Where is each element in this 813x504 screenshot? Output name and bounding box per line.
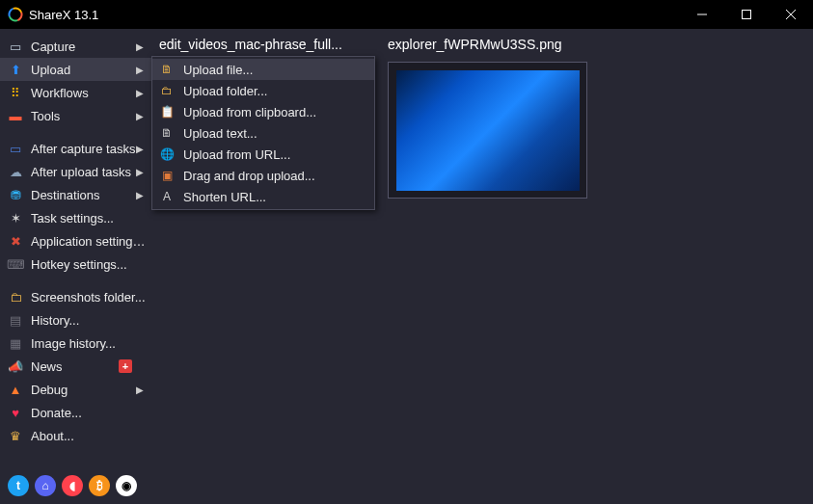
- sidebar-item-label: About...: [31, 429, 146, 443]
- sidebar-item-news[interactable]: 📣News+: [0, 355, 151, 378]
- sidebar-item-label: Task settings...: [31, 211, 146, 225]
- sidebar-item-imghistory[interactable]: ▦Image history...: [0, 332, 151, 355]
- sidebar-item-label: After capture tasks: [31, 142, 146, 156]
- thumbnail-caption: edit_videos_mac-phrase_full...: [159, 37, 357, 56]
- submenu-item-upload-file[interactable]: 🗎Upload file...: [152, 59, 374, 80]
- submenu-item-label: Drag and drop upload...: [183, 169, 315, 183]
- sidebar-item-label: Application settings...: [31, 234, 146, 249]
- sidebar-item-capture[interactable]: ▭Capture▶: [0, 35, 151, 58]
- social-twitter-button[interactable]: t: [8, 475, 29, 496]
- sidebar: ▭Capture▶⬆Upload▶⠿Workflows▶▬Tools▶▭Afte…: [0, 29, 151, 504]
- thumbnail-caption: explorer_fWPRMwU3SS.png: [388, 37, 585, 56]
- sidebar-item-label: Workflows: [31, 86, 146, 100]
- after-capture-icon: ▭: [8, 141, 23, 156]
- submenu-item-shorten-url[interactable]: AShorten URL...: [152, 186, 374, 207]
- social-patreon-button[interactable]: ◖: [62, 475, 83, 496]
- close-button[interactable]: [769, 0, 813, 29]
- sidebar-item-label: History...: [31, 313, 146, 328]
- upload-icon: ⬆: [8, 62, 23, 77]
- sidebar-item-label: Image history...: [31, 336, 146, 351]
- screenshots-icon: 🗀: [8, 289, 23, 305]
- sidebar-item-upload[interactable]: ⬆Upload▶: [0, 58, 151, 81]
- social-discord-button[interactable]: ⌂: [35, 475, 56, 496]
- thumbnail-thumb2[interactable]: explorer_fWPRMwU3SS.png: [388, 37, 585, 199]
- sidebar-item-workflows[interactable]: ⠿Workflows▶: [0, 81, 151, 104]
- sidebar-item-destinations[interactable]: ⛃Destinations▶: [0, 183, 151, 206]
- sidebar-item-about[interactable]: ♛About...: [0, 424, 151, 447]
- sidebar-item-hotkey[interactable]: ⌨Hotkey settings...: [0, 252, 151, 276]
- upload-text-icon: 🗎: [158, 125, 176, 141]
- minimize-icon: [697, 10, 707, 19]
- sidebar-item-tools[interactable]: ▬Tools▶: [0, 104, 151, 127]
- sidebar-item-label: Hotkey settings...: [31, 257, 146, 272]
- title-bar: ShareX 13.1: [0, 0, 813, 29]
- svg-rect-5: [743, 11, 751, 19]
- sharex-logo-icon: [8, 7, 23, 22]
- sidebar-item-label: Destinations: [31, 188, 146, 202]
- upload-clip-icon: 📋: [158, 104, 176, 119]
- upload-submenu: 🗎Upload file...🗀Upload folder...📋Upload …: [151, 56, 375, 210]
- maximize-icon: [742, 10, 751, 19]
- chevron-right-icon: ▶: [136, 88, 144, 98]
- chevron-right-icon: ▶: [136, 111, 144, 121]
- chevron-right-icon: ▶: [136, 385, 144, 395]
- social-github-button[interactable]: ◉: [116, 475, 137, 496]
- debug-icon: ▲: [8, 382, 23, 397]
- sidebar-item-app-settings[interactable]: ✖Application settings...: [0, 229, 151, 252]
- capture-icon: ▭: [8, 39, 23, 54]
- sidebar-item-task-settings[interactable]: ✶Task settings...: [0, 206, 151, 229]
- submenu-item-upload-url[interactable]: 🌐Upload from URL...: [152, 144, 374, 165]
- sidebar-item-label: Debug: [31, 383, 146, 397]
- chevron-right-icon: ▶: [136, 144, 144, 154]
- window-title: ShareX 13.1: [29, 8, 98, 22]
- sidebar-item-label: After upload tasks: [31, 165, 146, 179]
- sidebar-item-label: Tools: [31, 109, 146, 123]
- imghistory-icon: ▦: [8, 335, 23, 351]
- history-icon: ▤: [8, 312, 23, 328]
- close-icon: [786, 10, 796, 19]
- hotkey-icon: ⌨: [8, 256, 23, 272]
- sidebar-item-label: Screenshots folder...: [31, 290, 146, 305]
- submenu-item-label: Upload text...: [183, 126, 257, 141]
- submenu-item-label: Upload from clipboard...: [183, 105, 316, 119]
- sidebar-item-label: Upload: [31, 63, 146, 77]
- social-bitcoin-button[interactable]: ₿: [89, 475, 110, 496]
- thumbnail-preview: [388, 62, 587, 199]
- submenu-item-upload-dnd[interactable]: ▣Drag and drop upload...: [152, 165, 374, 186]
- task-settings-icon: ✶: [8, 210, 23, 225]
- after-upload-icon: ☁: [8, 164, 23, 179]
- submenu-item-upload-text[interactable]: 🗎Upload text...: [152, 122, 374, 144]
- minimize-button[interactable]: [680, 0, 724, 29]
- news-badge: +: [119, 359, 132, 373]
- submenu-item-label: Upload folder...: [183, 84, 267, 98]
- donate-icon: ♥: [8, 405, 23, 420]
- upload-file-icon: 🗎: [158, 62, 176, 77]
- upload-dnd-icon: ▣: [158, 168, 176, 183]
- destinations-icon: ⛃: [8, 187, 23, 202]
- social-bar: t⌂◖₿◉: [8, 475, 137, 496]
- chevron-right-icon: ▶: [136, 167, 144, 177]
- maximize-button[interactable]: [724, 0, 769, 29]
- upload-url-icon: 🌐: [158, 146, 176, 162]
- sidebar-item-history[interactable]: ▤History...: [0, 308, 151, 332]
- news-icon: 📣: [8, 358, 23, 374]
- shorten-url-icon: A: [158, 189, 176, 204]
- chevron-right-icon: ▶: [136, 65, 144, 75]
- sidebar-item-after-capture[interactable]: ▭After capture tasks▶: [0, 137, 151, 160]
- chevron-right-icon: ▶: [136, 41, 144, 52]
- chevron-right-icon: ▶: [136, 190, 144, 200]
- sidebar-item-label: Donate...: [31, 406, 146, 420]
- sidebar-item-label: Capture: [31, 40, 146, 54]
- sidebar-item-screenshots[interactable]: 🗀Screenshots folder...: [0, 285, 151, 308]
- app-settings-icon: ✖: [8, 233, 23, 249]
- upload-folder-icon: 🗀: [158, 83, 176, 98]
- wallpaper-preview-icon: [396, 70, 580, 191]
- submenu-item-upload-clip[interactable]: 📋Upload from clipboard...: [152, 101, 374, 122]
- sidebar-item-after-upload[interactable]: ☁After upload tasks▶: [0, 160, 151, 183]
- submenu-item-label: Upload from URL...: [183, 147, 290, 162]
- sidebar-item-donate[interactable]: ♥Donate...: [0, 401, 151, 424]
- about-icon: ♛: [8, 428, 23, 443]
- submenu-item-label: Shorten URL...: [183, 190, 266, 204]
- submenu-item-upload-folder[interactable]: 🗀Upload folder...: [152, 80, 374, 101]
- sidebar-item-debug[interactable]: ▲Debug▶: [0, 378, 151, 401]
